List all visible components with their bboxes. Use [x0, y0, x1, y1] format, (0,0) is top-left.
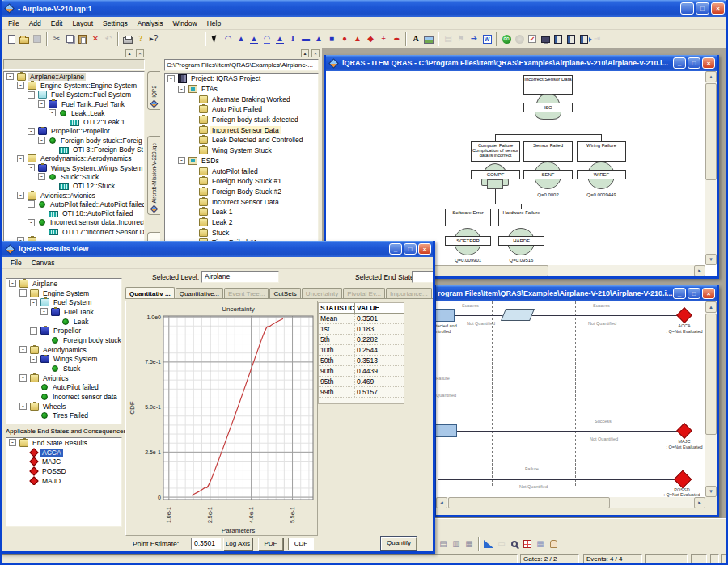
verify-tool[interactable]: ✓ [526, 32, 539, 46]
vertical-scrollbar[interactable]: ▲ ▼ [705, 71, 717, 265]
panel-collapse-button[interactable]: ▴ [301, 49, 309, 57]
vertical-scrollbar[interactable]: ▲ ▼ [705, 301, 717, 497]
word-export-tool[interactable]: W [480, 32, 493, 46]
new-file-tool[interactable] [5, 32, 18, 46]
stats-row-50th[interactable]: 50th0.3513 [319, 356, 404, 366]
rv-propellor[interactable]: -Propellor [6, 326, 121, 335]
tree-expander-icon[interactable]: - [38, 137, 45, 144]
close-button[interactable]: × [711, 2, 725, 15]
rv-wheels[interactable]: -Wheels [6, 402, 121, 411]
results-menu-canvas[interactable]: Canvas [27, 258, 60, 268]
rv-stuck[interactable]: Stuck [6, 364, 121, 373]
cdf-button[interactable]: CDF [288, 538, 314, 550]
maximize-button[interactable]: □ [688, 57, 700, 69]
fta-top-event-box[interactable]: Incorrect Sensor Data [523, 75, 573, 95]
stats-row-10th[interactable]: 10th0.2544 [319, 345, 404, 356]
maximize-button[interactable]: □ [404, 243, 417, 255]
scroll-thumb[interactable] [705, 314, 717, 435]
or-gate-tool[interactable]: ▲ [235, 32, 248, 46]
tree-expander-icon[interactable]: - [28, 128, 35, 135]
proj-ftas[interactable]: -FTAs [165, 84, 318, 95]
hier-oti-2-leak-1[interactable]: OTI 2::Leak 1 [4, 117, 144, 126]
fta-window-titlebar[interactable]: iQRAS - ITEM QRAS - C:\Program Files\Ite… [326, 55, 717, 71]
quantify-button[interactable]: Quantify [381, 537, 417, 550]
hier-aerodynamics-aerodynamics[interactable]: -Aerodynamics::Aerodynamics [4, 154, 144, 163]
paste-tool[interactable] [76, 32, 89, 46]
main-title-bar[interactable]: - Airplane-V-210.iqp:1 _ □ × [0, 0, 728, 17]
event-sequence-canvas[interactable]: tected and ntrolled Success Not Quantifi… [436, 301, 705, 497]
hier-leak-leak[interactable]: -Leak::Leak [4, 108, 144, 117]
proj-stuck[interactable]: Stuck [165, 227, 318, 238]
esd-event-block[interactable] [436, 309, 455, 322]
tree-expander-icon[interactable]: - [6, 73, 14, 80]
triangle-event-tool[interactable]: ▲ [312, 32, 325, 46]
hier-autopilot-failed-autopilot-failed[interactable]: -AutoPilot failed::AutoPilot failed [4, 200, 144, 209]
esd-document-window[interactable]: rogram Files\Item\QRAS\Examples\Airplane… [434, 285, 719, 517]
stats-row-1st[interactable]: 1st0.183 [319, 324, 404, 335]
pan-tool[interactable] [547, 538, 560, 551]
zoom-tool[interactable] [508, 538, 521, 551]
tree-expander-icon[interactable]: - [28, 200, 35, 208]
proj-auto-pilot-failed[interactable]: Auto Pilot Failed [165, 104, 318, 115]
scroll-up-button[interactable]: ▲ [705, 301, 717, 313]
tab-quantitativ[interactable]: Quantitativ ... [125, 287, 175, 298]
hier-incorrect-sensor-data-incorrect[interactable]: -Incorrect sensor data::Incorrect [4, 218, 144, 227]
hier-oti-17-incorrect-sensor-d[interactable]: OTI 17::Incorrect Sensor D [4, 227, 144, 236]
proj-alternate-braking-worked[interactable]: Alternate Braking Worked [165, 94, 318, 104]
hier-oti-12-stuck[interactable]: OTI 12::Stuck [4, 182, 144, 191]
document-tab-aircraft-mission-v-220-iqp[interactable]: Aircraft-Mission-V-220.iqp [147, 136, 160, 215]
monitor-tool[interactable] [539, 32, 552, 46]
rv-leak[interactable]: Leak [6, 317, 121, 327]
esd-comment-shape[interactable] [501, 309, 535, 321]
scroll-right-button[interactable]: ► [694, 497, 705, 508]
basic-event-tool[interactable]: ● [338, 32, 351, 46]
scroll-left-button[interactable]: ◄ [436, 497, 447, 508]
rv-avionics[interactable]: -Avionics [6, 373, 121, 383]
menu-window[interactable]: Window [167, 19, 201, 28]
end-state-acca[interactable] [676, 307, 692, 323]
panel-close-button[interactable]: × [311, 49, 320, 57]
print-tool[interactable] [121, 32, 134, 46]
proj-esds[interactable]: -ESDs [165, 156, 318, 167]
scroll-right-button[interactable]: ► [694, 265, 705, 276]
hier-avionics-avionics[interactable]: -Avionics::Avionics [4, 191, 144, 200]
tree-expander-icon[interactable]: - [28, 219, 35, 226]
align-tool-a[interactable]: ▤ [437, 538, 450, 551]
and-gate-tool[interactable]: ◠ [222, 32, 235, 46]
scroll-down-button[interactable]: ▼ [705, 254, 717, 265]
es-possd[interactable]: POSSD [6, 466, 121, 476]
minimize-button[interactable]: _ [389, 243, 402, 255]
rv-incorrect-sensor-data[interactable]: Incorrect sensor data [6, 392, 121, 402]
hier-engine-system-engine-system[interactable]: -Engine System::Engine System [4, 81, 144, 90]
proj-leak-1[interactable]: Leak 1 [165, 207, 318, 217]
fault-tree-canvas[interactable]: Incorrect Sensor Data ISO Computer Failu… [326, 71, 705, 265]
proj-leak-2[interactable]: Leak 2 [165, 217, 318, 228]
menu-layout[interactable]: Layout [67, 19, 98, 28]
stats-row-mean[interactable]: Mean0.3501 [319, 314, 404, 324]
tree-expander-icon[interactable]: - [38, 173, 45, 180]
proj-wing-system-stuck[interactable]: Wing System Stuck [165, 145, 318, 156]
results-menu-file[interactable]: File [6, 258, 27, 268]
tree-expander-icon[interactable]: - [19, 403, 27, 410]
esd-event-block[interactable] [436, 424, 457, 437]
snap-grid-tool[interactable]: ▦ [534, 538, 547, 551]
cross-event-tool[interactable]: + [377, 32, 390, 46]
hier-wings-system-wings-system[interactable]: -Wings System::Wings System [4, 163, 144, 172]
copy-tool[interactable] [63, 32, 76, 46]
scroll-thumb[interactable] [705, 83, 717, 180]
hier-fuel-system-fuel-system[interactable]: -Fuel System::Fuel System [4, 91, 144, 99]
rv-wings-system[interactable]: -Wings System [6, 355, 121, 365]
stats-row-95th[interactable]: 95th0.469 [319, 377, 404, 387]
event-label-wiref[interactable]: WIREF [577, 170, 626, 179]
fta-event-box-compf[interactable]: Computer Failure Complication of sensor … [471, 141, 520, 162]
box-event-tool[interactable]: ■ [325, 32, 338, 46]
proj-foreign-body-stuck-2[interactable]: Foreign Body Stuck #2 [165, 187, 318, 197]
rv-fuel-tank[interactable]: -Fuel Tank [6, 307, 121, 317]
proj-incorrect-sensor-data[interactable]: Incorrect Sensor Data [165, 124, 318, 135]
gate-label-compf[interactable]: COMPF [471, 170, 520, 179]
menu-edit[interactable]: Edit [46, 19, 68, 28]
tab-quantitative[interactable]: Quantitative... [176, 288, 223, 298]
panel-close-button[interactable]: × [136, 49, 144, 57]
undeveloped-event-tool[interactable]: ◆ [364, 32, 377, 46]
tree-expander-icon[interactable]: - [17, 82, 24, 89]
